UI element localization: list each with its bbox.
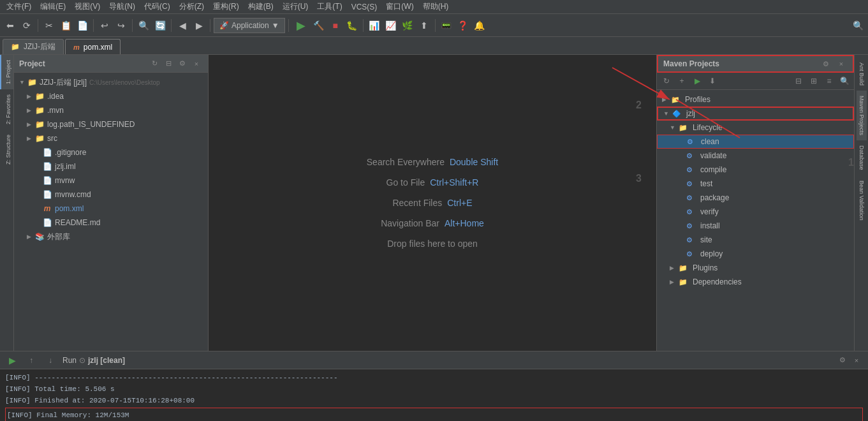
maven-settings-btn[interactable]: ⚙ bbox=[820, 57, 832, 70]
tab-project[interactable]: 📁 JZlJ-后端 bbox=[3, 39, 64, 54]
right-strip-antbuild[interactable]: Ant Build bbox=[857, 57, 867, 91]
maven-profiles-icon: 📁 bbox=[671, 96, 682, 104]
maven-run-btn[interactable]: ▶ bbox=[690, 74, 704, 88]
right-strip-database[interactable]: Database bbox=[857, 140, 867, 175]
toolbar-forward-btn[interactable]: ⟳ bbox=[19, 18, 34, 33]
menu-build[interactable]: 构建(B) bbox=[244, 0, 277, 13]
sidebar-tab-structure[interactable]: Z: Structure bbox=[0, 129, 13, 170]
search-everywhere-btn[interactable]: 🔍 bbox=[850, 18, 865, 33]
maven-compile[interactable]: ▶ ⚙ compile bbox=[657, 163, 854, 177]
menu-window[interactable]: 窗口(W) bbox=[382, 0, 417, 13]
tree-root[interactable]: ▼ 📁 JZlJ-后端 [jzlj] C:\Users\lenovo\Deskt… bbox=[14, 75, 208, 89]
toolbar-copy-btn[interactable]: 📋 bbox=[58, 18, 73, 33]
tree-log[interactable]: ▶ 📁 log.path_IS_UNDEFINED bbox=[14, 117, 208, 131]
tree-iml[interactable]: ▶ 📄 jzlj.iml bbox=[14, 159, 208, 174]
tree-pomxml[interactable]: ▶ m pom.xml bbox=[14, 202, 208, 216]
toolbar-back-btn[interactable]: ⬅ bbox=[3, 18, 18, 33]
maven-collapse-btn[interactable]: ⊟ bbox=[791, 74, 805, 88]
update-btn[interactable]: ⬆ bbox=[416, 18, 432, 33]
run-button[interactable]: ▶ bbox=[292, 17, 310, 34]
tree-mvnw[interactable]: ▶ 📄 mvnw bbox=[14, 174, 208, 188]
toolbar-nav-forward-btn[interactable]: ▶ bbox=[191, 18, 207, 33]
stop-button[interactable]: ■ bbox=[328, 18, 343, 33]
tree-src-arrow: ▶ bbox=[27, 135, 34, 142]
maven-hide-btn[interactable]: × bbox=[835, 57, 848, 70]
tree-gitignore[interactable]: ▶ 📄 .gitignore bbox=[14, 145, 208, 159]
sidebar-tab-project[interactable]: 1: Project bbox=[0, 55, 13, 89]
tree-mvnwcmd[interactable]: ▶ 📄 mvnw.cmd bbox=[14, 188, 208, 202]
hint-search: Search Everywhere Double Shift bbox=[367, 157, 498, 167]
menu-help[interactable]: 帮助(H) bbox=[419, 0, 453, 13]
menu-navigate[interactable]: 导航(N) bbox=[105, 0, 139, 13]
toolbar-find-btn[interactable]: 🔍 bbox=[136, 18, 151, 33]
help-btn[interactable]: ❓ bbox=[455, 18, 471, 33]
maven-download-btn[interactable]: ⬇ bbox=[705, 74, 719, 88]
maven-plugins[interactable]: ▶ 📁 Plugins bbox=[657, 261, 854, 275]
maven-lifecycle[interactable]: ▼ 📁 Lifecycle bbox=[657, 121, 854, 135]
tab-pom[interactable]: m pom.xml bbox=[65, 39, 121, 54]
tree-mvn[interactable]: ▶ 📁 .mvn bbox=[14, 103, 208, 117]
project-panel: Project ↻ ⊟ ⚙ × ▼ 📁 JZlJ-后端 [jzlj] C:\Us… bbox=[14, 55, 209, 351]
toolbar-paste-btn[interactable]: 📄 bbox=[75, 18, 90, 33]
tree-extlibs[interactable]: ▶ 📚 外部库 bbox=[14, 230, 208, 244]
toolbar-replace-btn[interactable]: 🔄 bbox=[152, 18, 168, 33]
console-settings-btn[interactable]: ⚙ bbox=[836, 354, 849, 367]
menu-run[interactable]: 运行(U) bbox=[279, 0, 313, 13]
bottom-console: ▶ ↑ ↓ Run ⊙ jzlj [clean] ⚙ × [INFO] ----… bbox=[0, 351, 868, 421]
build-btn[interactable]: 🔨 bbox=[311, 18, 327, 33]
maven-filter-btn[interactable]: 🔍 bbox=[837, 74, 851, 88]
maven-site[interactable]: ▶ ⚙ site bbox=[657, 233, 854, 247]
maven-group-btn[interactable]: ≡ bbox=[822, 74, 836, 88]
tree-src[interactable]: ▶ 📁 src bbox=[14, 131, 208, 145]
maven-plugins-icon: 📁 bbox=[679, 264, 690, 272]
maven-dependencies[interactable]: ▶ 📁 Dependencies bbox=[657, 275, 854, 289]
console-play-btn[interactable]: ▶ bbox=[5, 353, 19, 367]
maven-jzlj[interactable]: ▼ 🔷 jzlj bbox=[657, 107, 854, 121]
tab-project-label: JZlJ-后端 bbox=[24, 41, 55, 52]
right-strip-beanval[interactable]: Bean Validation bbox=[857, 175, 867, 225]
profile-btn[interactable]: 📈 bbox=[383, 18, 399, 33]
maven-lifecycle-arrow: ▼ bbox=[670, 124, 679, 131]
maven-expand-btn[interactable]: ⊞ bbox=[807, 74, 821, 88]
toolbar-cut-btn[interactable]: ✂ bbox=[41, 18, 57, 33]
console-scroll-up-btn[interactable]: ↑ bbox=[24, 353, 38, 367]
debug-btn[interactable]: 🐛 bbox=[344, 18, 360, 33]
tree-idea[interactable]: ▶ 📁 .idea bbox=[14, 89, 208, 103]
maven-package[interactable]: ▶ ⚙ package bbox=[657, 191, 854, 205]
maven-deploy[interactable]: ▶ ⚙ deploy bbox=[657, 247, 854, 261]
menu-edit[interactable]: 编辑(E) bbox=[36, 0, 70, 13]
menu-file[interactable]: 文件(F) bbox=[3, 0, 35, 13]
menu-vcs[interactable]: VCS(S) bbox=[348, 1, 381, 13]
project-hide-btn[interactable]: × bbox=[190, 57, 203, 70]
menu-refactor[interactable]: 重构(R) bbox=[209, 0, 243, 13]
maven-test[interactable]: ▶ ⚙ test bbox=[657, 177, 854, 191]
maven-profiles[interactable]: ▶ 📁 Profiles bbox=[657, 92, 854, 107]
maven-validate[interactable]: ▶ ⚙ validate bbox=[657, 149, 854, 163]
project-sync-btn[interactable]: ↻ bbox=[148, 57, 161, 70]
menu-analyze[interactable]: 分析(Z) bbox=[175, 0, 208, 13]
console-hide-btn[interactable]: × bbox=[850, 354, 863, 367]
vcs-btn[interactable]: 🌿 bbox=[400, 18, 415, 33]
notification-btn[interactable]: 🔔 bbox=[472, 18, 487, 33]
menu-code[interactable]: 代码(C) bbox=[140, 0, 174, 13]
menu-view[interactable]: 视图(V) bbox=[71, 0, 104, 13]
coverage-btn[interactable]: 📊 bbox=[367, 18, 382, 33]
menu-tools[interactable]: 工具(T) bbox=[313, 0, 346, 13]
project-settings-btn[interactable]: ⚙ bbox=[176, 57, 189, 70]
toolbar-sep-1 bbox=[38, 19, 38, 32]
project-collapse-btn[interactable]: ⊟ bbox=[162, 57, 175, 70]
app-selector[interactable]: 🚀 Application ▼ bbox=[214, 18, 285, 33]
right-strip-maven[interactable]: Maven Projects bbox=[857, 91, 867, 140]
sidebar-tab-favorites[interactable]: 2: Favorites bbox=[0, 89, 13, 129]
terminal-btn[interactable]: 📟 bbox=[439, 18, 454, 33]
maven-add-btn[interactable]: + bbox=[675, 74, 689, 88]
maven-install[interactable]: ▶ ⚙ install bbox=[657, 219, 854, 233]
console-scroll-down-btn[interactable]: ↓ bbox=[43, 353, 57, 367]
tree-readme[interactable]: ▶ 📄 README.md bbox=[14, 216, 208, 230]
toolbar-nav-back-btn[interactable]: ◀ bbox=[175, 18, 190, 33]
toolbar-undo-btn[interactable]: ↩ bbox=[97, 18, 112, 33]
maven-verify[interactable]: ▶ ⚙ verify bbox=[657, 205, 854, 219]
toolbar-redo-btn[interactable]: ↪ bbox=[114, 18, 129, 33]
maven-clean[interactable]: ▶ ⚙ clean bbox=[657, 135, 854, 149]
maven-refresh-btn[interactable]: ↻ bbox=[659, 74, 673, 88]
